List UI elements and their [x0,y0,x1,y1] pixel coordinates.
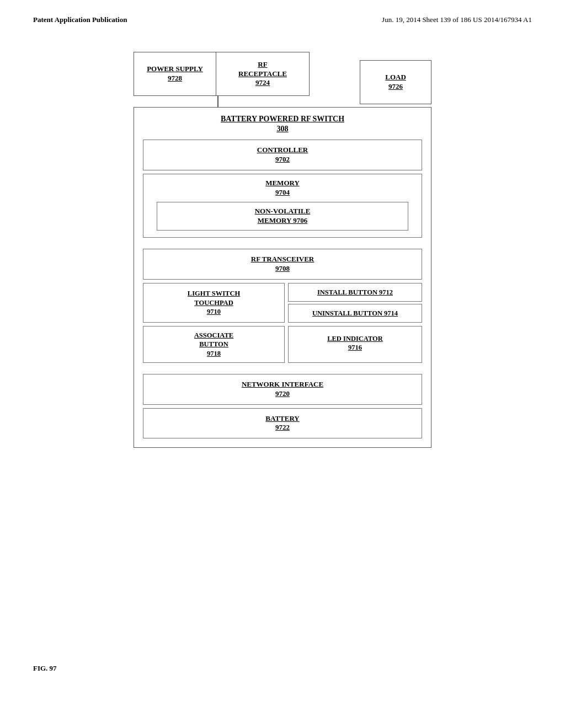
fig-label: FIG. 97 [33,664,57,673]
uninstall-button-num: 9714 [384,309,398,317]
battery-rf-switch-num: 308 [138,124,427,134]
light-switch-touchpad-box: LIGHT SWITCH TOUCHPAD 9710 [143,283,285,323]
load-num: 9726 [388,82,403,92]
battery-rf-switch-section: BATTERY POWERED RF SWITCH 308 [134,108,431,136]
uninstall-button-label: UNINSTALL BUTTON [312,309,382,317]
controller-label: CONTROLLER [257,146,308,154]
connector-line [217,96,218,107]
header-right: Jun. 19, 2014 Sheet 139 of 186 US 2014/1… [382,15,532,24]
rf-transceiver-box: RF TRANSCEIVER 9708 [143,249,422,280]
main-outer-box: BATTERY POWERED RF SWITCH 308 CONTROLLER… [134,107,431,448]
led-indicator-box: LED INDICATOR 9716 [288,326,422,363]
diagram-area: POWER SUPPLY 9728 RF RECEPTACLE 9724 [0,30,565,459]
battery-box: BATTERY 9722 [143,408,422,439]
associate-button-num: 9718 [207,349,221,358]
battery-rf-switch-label: BATTERY POWERED RF SWITCH [221,115,344,123]
page-header: Patent Application Publication Jun. 19, … [0,0,565,30]
memory-text: MEMORY [265,179,300,187]
network-interface-box: NETWORK INTERFACE 9720 [143,374,422,405]
uninstall-button-box: UNINSTALL BUTTON 9714 [288,304,422,323]
light-switch-row: LIGHT SWITCH TOUCHPAD 9710 INSTALL BUTTO… [143,283,422,323]
controller-box: CONTROLLER 9702 [143,140,422,170]
install-button-num: 9712 [379,288,393,296]
controller-num: 9702 [148,155,417,164]
network-interface-num: 9720 [148,389,417,399]
associate-button-label: ASSOCIATE BUTTON [194,331,233,349]
memory-label: MEMORY 9704 [148,179,417,201]
rf-transceiver-num: 9708 [148,264,417,274]
install-button-box: INSTALL BUTTON 9712 [288,283,422,302]
load-box: LOAD 9726 [360,60,431,104]
power-supply-label: POWER SUPPLY [147,65,203,74]
load-label: LOAD [385,73,406,82]
rf-receptacle-num: 9724 [255,78,270,88]
light-switch-label: LIGHT SWITCH TOUCHPAD [188,289,240,307]
header-left: Patent Application Publication [33,15,127,24]
memory-num: 9704 [275,188,290,196]
rf-receptacle-label: RF RECEPTACLE [238,60,287,79]
led-indicator-label: LED INDICATOR [327,335,383,342]
led-indicator-num: 9716 [348,344,362,351]
associate-button-box: ASSOCIATE BUTTON 9718 [143,326,285,363]
install-uninstall-col: INSTALL BUTTON 9712 UNINSTALL BUTTON 971… [288,283,422,323]
rf-receptacle-box: RF RECEPTACLE 9724 [216,52,310,96]
power-supply-num: 9728 [168,74,182,83]
non-volatile-memory-box: NON-VOLATILE MEMORY 9706 [157,202,408,231]
led-col: LED INDICATOR 9716 [288,326,422,363]
network-interface-label: NETWORK INTERFACE [242,380,323,388]
power-supply-box: POWER SUPPLY 9728 [134,52,216,96]
battery-label: BATTERY [265,414,299,422]
associate-led-row: ASSOCIATE BUTTON 9718 LED INDICATOR 9716 [143,326,422,363]
light-switch-num: 9710 [207,307,221,316]
battery-num: 9722 [148,423,417,432]
install-button-label: INSTALL BUTTON [317,288,377,296]
memory-box: MEMORY 9704 NON-VOLATILE MEMORY 9706 [143,174,422,238]
rf-transceiver-label: RF TRANSCEIVER [251,255,315,263]
non-volatile-num: 9706 [293,216,307,224]
